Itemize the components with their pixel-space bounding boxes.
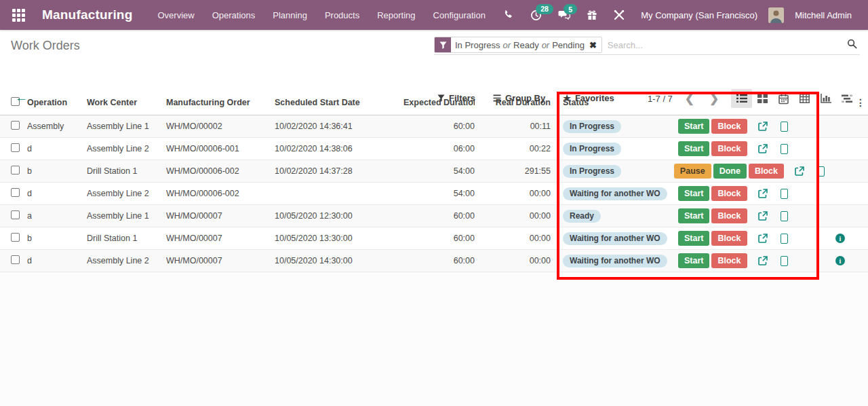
row-checkbox[interactable] [11,255,20,264]
view-kanban-button[interactable] [752,89,773,108]
cell-operation: Assembly [27,122,87,131]
menu-configuration[interactable]: Configuration [426,6,493,24]
external-link-icon[interactable] [758,256,768,265]
info-icon[interactable]: i [835,234,845,243]
external-link-icon[interactable] [758,211,768,221]
view-gantt-button[interactable] [836,89,857,108]
external-link-icon[interactable] [758,189,768,198]
menu-reporting[interactable]: Reporting [370,6,422,24]
row-checkbox[interactable] [11,210,20,219]
external-link-icon[interactable] [758,234,768,243]
table-row[interactable]: b Drill Station 1 WH/MO/00007 10/05/2020… [0,227,868,250]
page-title: Work Orders [11,39,80,53]
star-icon: ★ [563,93,571,103]
tablet-view-icon[interactable] [781,122,788,132]
user-menu[interactable]: Mitchell Admin [789,10,857,20]
messages-chat-icon[interactable]: 5 [553,5,576,24]
external-link-icon[interactable] [758,122,768,131]
tablet-view-icon[interactable] [781,211,788,221]
pager-previous-icon[interactable]: ❮ [682,93,697,105]
favorites-button[interactable]: ★ Favorites [563,93,614,103]
cell-manufacturing-order: WH/MO/00006-002 [166,166,275,176]
table-row[interactable]: a Assembly Line 1 WH/MO/00007 10/05/2020… [0,205,868,227]
block-button[interactable]: Block [711,253,747,268]
start-button[interactable]: Start [678,208,709,223]
cell-work-center: Drill Station 1 [87,234,166,243]
cell-real-duration: 00:00 [475,211,551,221]
start-button[interactable]: Start [678,141,709,156]
tablet-view-icon[interactable] [817,166,825,177]
block-button[interactable]: Block [711,231,747,246]
menu-planning[interactable]: Planning [265,6,315,24]
search-icon[interactable] [844,39,860,52]
search-input[interactable] [602,40,844,50]
pager-next-icon[interactable]: ❯ [707,93,722,105]
cell-expected-duration: 60:00 [403,256,475,265]
row-checkbox[interactable] [11,143,20,152]
pause-button[interactable]: Pause [674,164,711,179]
table-row[interactable]: d Assembly Line 2 WH/MO/00006-002 54:00 … [0,183,868,205]
menu-overview[interactable]: Overview [151,6,202,24]
start-button[interactable]: Start [678,186,709,201]
block-button[interactable]: Block [711,119,747,134]
block-button[interactable]: Block [711,208,747,223]
tablet-view-icon[interactable] [781,189,788,199]
done-button[interactable]: Done [713,164,747,179]
table-row[interactable]: b Drill Station 1 WH/MO/00006-002 10/02/… [0,160,868,183]
gift-icon[interactable] [581,5,603,24]
start-button[interactable]: Start [678,119,709,134]
tablet-view-icon[interactable] [781,144,788,154]
cell-scheduled-start-date: 10/05/2020 14:30:00 [275,256,403,265]
row-action-buttons: StartBlock [678,186,747,201]
cell-operation: d [27,256,87,265]
external-link-icon[interactable] [795,166,804,176]
tools-icon[interactable] [608,5,630,24]
row-checkbox[interactable] [11,166,20,174]
block-button[interactable]: Block [711,186,747,201]
header-operation[interactable]: Operation [27,98,87,107]
cell-real-duration: 00:00 [475,234,551,243]
filters-button[interactable]: Filters [437,93,475,103]
phone-icon[interactable] [498,5,519,24]
cell-expected-duration: 06:00 [403,144,475,153]
optional-columns-icon[interactable]: ⋮ [856,97,865,108]
menu-operations[interactable]: Operations [205,6,263,24]
view-calendar-button[interactable] [773,89,794,108]
facet-remove-icon[interactable]: ✖ [589,37,601,52]
info-icon[interactable]: i [835,256,845,265]
user-avatar[interactable] [768,7,784,23]
block-button[interactable]: Block [711,141,747,156]
view-list-button[interactable] [731,89,752,108]
view-pivot-button[interactable] [794,89,815,108]
message-count-badge: 5 [564,4,577,14]
header-scheduled-start-date[interactable]: Scheduled Start Date [275,98,403,107]
cell-operation: b [27,166,87,176]
app-title[interactable]: Manufacturing [42,7,133,22]
company-switcher[interactable]: My Company (San Francisco) [635,10,763,20]
external-link-icon[interactable] [758,144,768,153]
menu-products[interactable]: Products [317,6,367,24]
header-work-center[interactable]: Work Center [87,98,166,107]
row-checkbox[interactable] [11,121,20,130]
start-button[interactable]: Start [678,253,709,268]
table-row[interactable]: Assembly Assembly Line 1 WH/MO/00002 10/… [0,115,868,138]
row-checkbox[interactable] [11,188,20,197]
group-by-button[interactable]: Group By [493,93,545,103]
cell-scheduled-start-date: 10/02/2020 14:36:41 [275,122,403,131]
view-graph-button[interactable] [815,89,836,108]
table-row[interactable]: d Assembly Line 2 WH/MO/00006-001 10/02/… [0,138,868,160]
table-row[interactable]: d Assembly Line 2 WH/MO/00007 10/05/2020… [0,250,868,272]
activities-clock-icon[interactable]: 28 [525,5,547,25]
cell-operation: d [27,189,87,198]
apps-menu-icon[interactable] [7,3,30,26]
row-checkbox[interactable] [11,233,20,242]
cell-scheduled-start-date: 10/02/2020 14:37:28 [275,166,403,176]
tablet-view-icon[interactable] [781,234,788,244]
header-manufacturing-order[interactable]: Manufacturing Order [166,98,275,107]
tablet-view-icon[interactable] [781,256,788,266]
block-button[interactable]: Block [749,164,784,179]
back-arrow-icon[interactable]: ← [15,91,28,104]
cell-status: Ready StartBlock [551,208,825,223]
start-button[interactable]: Start [678,231,709,246]
search-bar[interactable]: In ProgressorReadyorPending ✖ [434,37,860,55]
